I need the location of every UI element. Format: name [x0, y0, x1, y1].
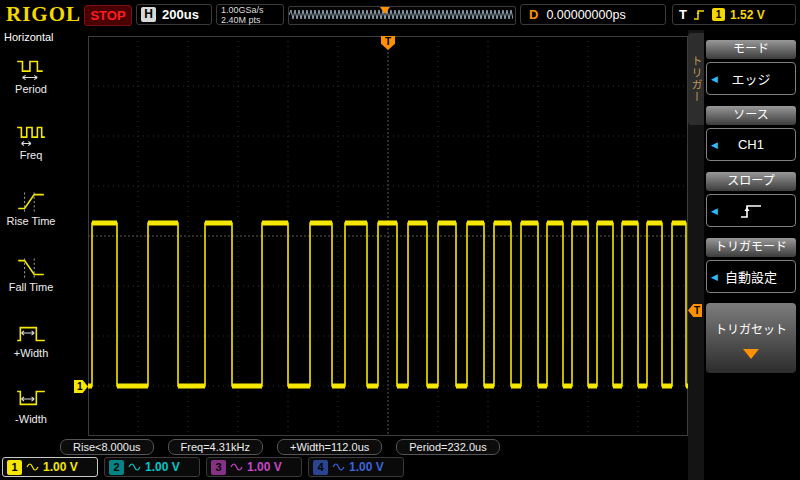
trigger-mode-header[interactable]: モード: [706, 40, 796, 59]
delay-box: D 0.00000000ps: [520, 4, 666, 25]
delay-label: D: [529, 7, 538, 22]
trigger-source-value[interactable]: ◀ CH1: [706, 128, 796, 161]
sidebar-item-rise-time[interactable]: Rise Time: [0, 188, 62, 227]
horizontal-scale-value: 200us: [162, 7, 199, 22]
trigger-setup-label: トリガセット: [715, 323, 787, 337]
measurement-rise: Rise<8.000us: [60, 439, 154, 455]
horizontal-scale-box: H 200us: [136, 4, 212, 25]
trigger-sweep-header[interactable]: トリガモード: [706, 238, 796, 257]
channel3-scale: 1.00 V: [247, 460, 282, 474]
menu-down-arrow-icon: [743, 349, 759, 359]
measurement-period: Period=232.0us: [396, 439, 499, 455]
coupling-icon: [230, 462, 243, 472]
channel4-scale: 1.00 V: [349, 460, 384, 474]
chevron-left-icon: ◀: [711, 74, 718, 84]
trigger-mode-value[interactable]: ◀ エッジ: [706, 62, 796, 95]
trigger-source-text: CH1: [738, 137, 764, 152]
rising-slope-icon: [738, 202, 764, 220]
chevron-left-icon: ◀: [711, 140, 718, 150]
trigger-sweep-text: 自動設定: [725, 267, 777, 286]
trigger-sweep-value[interactable]: ◀ 自動設定: [706, 260, 796, 293]
channel-status-bar: 1 1.00 V 2 1.00 V 3 1.00 V 4 1.00 V: [0, 455, 800, 480]
channel1-badge: 1: [7, 460, 22, 475]
trigger-slope-value[interactable]: ◀: [706, 194, 796, 227]
horizontal-label: H: [141, 7, 156, 22]
sidebar-item-minus-width[interactable]: -Width: [0, 386, 62, 425]
chevron-left-icon: ◀: [711, 206, 718, 216]
graticule: [88, 36, 688, 436]
coupling-icon: [332, 462, 345, 472]
minus-width-icon: [15, 386, 47, 412]
delay-value: 0.00000000ps: [546, 8, 625, 22]
channel2-scale: 1.00 V: [145, 460, 180, 474]
acquisition-info-box: 1.00GSa/s 2.40M pts: [216, 4, 284, 25]
period-icon: [15, 56, 47, 82]
preview-trigger-marker: [380, 7, 390, 14]
rising-slope-icon: [692, 8, 707, 21]
fall-time-icon: [15, 254, 47, 280]
sidebar-item-label: +Width: [0, 347, 62, 359]
measurement-freq: Freq=4.31kHz: [168, 439, 263, 455]
memory-position-strip[interactable]: [288, 6, 516, 25]
trigger-menu-tab[interactable]: トリガー: [688, 33, 704, 125]
channel3-status[interactable]: 3 1.00 V: [206, 457, 302, 477]
sidebar-item-fall-time[interactable]: Fall Time: [0, 254, 62, 293]
sidebar-item-label: Period: [0, 83, 62, 95]
sidebar-item-plus-width[interactable]: +Width: [0, 320, 62, 359]
trigger-source-badge: 1: [712, 8, 725, 21]
memory-waveform-preview: [289, 7, 513, 22]
trigger-setup-button[interactable]: トリガセット: [706, 303, 796, 373]
channel4-badge: 4: [313, 460, 328, 475]
trigger-source-header[interactable]: ソース: [706, 106, 796, 125]
rigol-logo: RIGOL: [6, 2, 81, 27]
sidebar-item-period[interactable]: Period: [0, 56, 62, 95]
plus-width-icon: [15, 320, 47, 346]
sidebar-item-freq[interactable]: Freq: [0, 122, 62, 161]
channel1-scale: 1.00 V: [43, 460, 78, 474]
memory-depth: 2.40M pts: [221, 16, 279, 26]
channel2-badge: 2: [109, 460, 124, 475]
trigger-mode-text: エッジ: [731, 69, 770, 88]
sidebar-item-label: -Width: [0, 413, 62, 425]
sidebar-item-label: Fall Time: [0, 281, 62, 293]
left-menu-title: Horizontal: [4, 31, 54, 43]
freq-icon: [15, 122, 47, 148]
oscilloscope-screen: RIGOL STOP H 200us 1.00GSa/s 2.40M pts D…: [0, 0, 800, 480]
rise-time-icon: [15, 188, 47, 214]
trigger-label: T: [679, 7, 687, 22]
chevron-left-icon: ◀: [711, 272, 718, 282]
trigger-status-box: T 1 1.52 V: [672, 4, 796, 25]
trigger-level-value: 1.52 V: [730, 8, 765, 22]
measurement-bar: Rise<8.000us Freq=4.31kHz +Width=112.0us…: [60, 439, 500, 455]
sidebar-item-label: Rise Time: [0, 215, 62, 227]
coupling-icon: [128, 462, 141, 472]
coupling-icon: [26, 462, 39, 472]
waveform-display: [88, 36, 688, 436]
measurement-pwidth: +Width=112.0us: [277, 439, 382, 455]
channel1-status[interactable]: 1 1.00 V: [2, 457, 98, 477]
run-stop-status[interactable]: STOP: [84, 5, 132, 26]
channel3-badge: 3: [211, 460, 226, 475]
channel2-status[interactable]: 2 1.00 V: [104, 457, 200, 477]
sidebar-item-label: Freq: [0, 149, 62, 161]
trigger-slope-header[interactable]: スロープ: [706, 172, 796, 191]
channel4-status[interactable]: 4 1.00 V: [308, 457, 404, 477]
channel1-ground-marker[interactable]: 1: [74, 380, 88, 393]
